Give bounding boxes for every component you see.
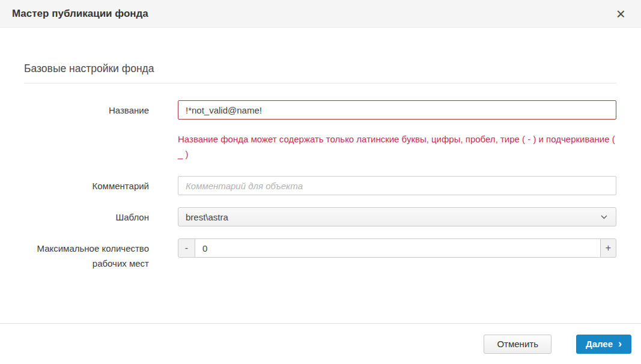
- decrement-button[interactable]: -: [178, 238, 195, 258]
- template-select[interactable]: brest\astra: [178, 207, 616, 226]
- max-workplaces-stepper: - +: [178, 238, 616, 258]
- chevron-down-icon: [601, 215, 607, 219]
- template-label: Шаблон: [24, 207, 149, 225]
- cancel-button[interactable]: Отменить: [484, 335, 551, 354]
- name-validation-error: Название фонда может содержать только ла…: [178, 132, 616, 162]
- dialog-body: Базовые настройки фонда Название Названи…: [0, 28, 641, 271]
- name-input[interactable]: [178, 100, 616, 120]
- comment-field-row: Комментарий: [24, 176, 616, 195]
- name-field-row: Название: [24, 100, 616, 120]
- next-button[interactable]: Далее ›: [576, 335, 631, 354]
- chevron-right-icon: ›: [618, 338, 622, 350]
- template-selected-value: brest\astra: [186, 212, 228, 222]
- close-icon[interactable]: ×: [613, 6, 629, 22]
- fund-publication-wizard-dialog: Мастер публикации фонда × Базовые настро…: [0, 0, 641, 364]
- dialog-footer: Отменить Далее ›: [0, 323, 641, 364]
- dialog-title: Мастер публикации фонда: [12, 8, 148, 20]
- dialog-header: Мастер публикации фонда ×: [0, 0, 641, 28]
- increment-button[interactable]: +: [600, 238, 616, 258]
- section-title: Базовые настройки фонда: [24, 62, 616, 75]
- section-divider: [24, 83, 616, 83]
- template-field-row: Шаблон brest\astra: [24, 207, 616, 226]
- comment-label: Комментарий: [24, 176, 149, 193]
- next-button-label: Далее: [586, 339, 613, 349]
- max-workplaces-input[interactable]: [195, 238, 600, 258]
- max-workplaces-label: Максимальное количество рабочих мест: [24, 238, 149, 271]
- comment-input[interactable]: [178, 176, 616, 195]
- max-workplaces-field-row: Максимальное количество рабочих мест - +: [24, 238, 616, 271]
- name-label: Название: [24, 100, 149, 118]
